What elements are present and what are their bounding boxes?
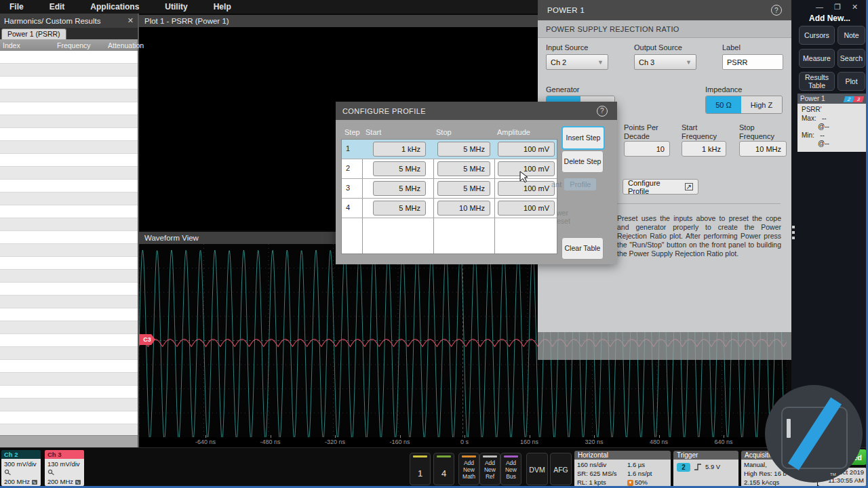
add-new-button-ref[interactable]: AddNewRef [479,453,500,485]
preset-help-text: Preset uses the inputs above to preset t… [617,214,781,258]
ghost-profile-chip: Profile [564,178,596,190]
power1-result-title: Power 1 [800,95,825,102]
horizontal-value: SR: 625 MS/s [577,469,627,478]
table-row [0,296,138,308]
table-row [0,154,138,167]
chevron-down-icon: ▼ [597,59,604,66]
results-rows [0,51,138,435]
stripe [504,455,518,458]
channel-button-1[interactable]: 1 [410,453,431,485]
help-icon[interactable]: ? [597,106,608,117]
stop-field[interactable]: 5 MHz [437,142,490,157]
trigger-source-badge: 2 [677,463,690,472]
table-row [0,205,138,218]
horizontal-panel[interactable]: Horizontal 160 ns/div1.6 µsSR: 625 MS/s1… [574,451,671,487]
table-row [0,270,138,283]
power-preset-ghost: wer eset [557,209,570,225]
start-field[interactable]: 5 MHz [373,181,426,196]
time-tick: 0 s [460,439,469,445]
insert-step-button[interactable]: Insert Step [561,126,605,150]
help-icon[interactable]: ? [771,5,782,16]
output-source-dropdown[interactable]: Ch 3 ▼ [634,54,696,70]
profile-step-row: 45 MHz10 MHz100 mV [342,199,557,218]
panel-drag-handle[interactable] [792,226,795,242]
menu-utility[interactable]: Utility [165,2,187,12]
ch2-badge[interactable]: Ch 2 300 mV/div 200 MHz ∿ [1,450,41,486]
impedance-toggle[interactable]: 50 Ω High Z [705,96,783,114]
sidebar-button-measure[interactable]: Measure [799,49,835,68]
points-per-decade-field[interactable]: 10 [624,141,670,157]
configure-profile-dialog: CONFIGURE PROFILE ? Step Start Stop Ampl… [336,102,617,264]
tick-mark [530,435,530,438]
clear-table-button[interactable]: Clear Table [561,237,604,260]
channel-color-stripe [437,455,451,458]
output-source-label: Output Source [634,43,682,52]
table-row [0,308,138,321]
tick-mark [724,435,724,438]
start-field[interactable]: 1 kHz [373,142,426,157]
menu-applications[interactable]: Applications [90,2,139,12]
channel-button-4[interactable]: 4 [433,453,454,485]
power1-result-header[interactable]: Power 1 23 [797,94,866,104]
probe-icon [4,468,38,477]
sidebar-button-results-table[interactable]: Results Table [799,72,835,91]
power1-result-body: PSRR' Max: -- @-- Min: -- @-- [797,104,866,152]
bandwidth-limit-icon: ∿ [32,480,37,485]
menu-edit[interactable]: Edit [50,2,65,12]
mouse-cursor [519,171,530,184]
add-new-button-bus[interactable]: AddNewBus [500,453,521,485]
logo-watermark [765,385,863,483]
configure-profile-button[interactable]: Configure Profile ↗ [623,179,698,195]
sidebar-button-plot[interactable]: Plot [837,72,865,91]
table-row [0,411,138,424]
time-axis: -640 ns-480 ns-320 ns-160 ns0 s160 ns320… [139,437,787,447]
trigger-panel[interactable]: Trigger 2 5.9 V [673,451,738,488]
ch2-badge-header[interactable]: Ch 2 [1,450,41,459]
stop-frequency-field[interactable]: 10 MHz [739,141,787,157]
amplitude-field[interactable]: 100 mV [498,142,555,157]
time-tick: 640 ns [714,439,732,445]
ch3-badge[interactable]: Ch 3 130 mV/div 200 MHz ∿ [45,450,84,486]
ch2-scale: 300 mV/div [4,460,38,468]
logo-bar [787,419,791,438]
horizontal-title: Horizontal [574,451,671,460]
close-icon[interactable]: ✕ [852,3,858,12]
sidebar-button-cursors[interactable]: Cursors [799,26,835,45]
afg-button[interactable]: AFG [550,453,572,485]
stop-field[interactable]: 5 MHz [437,161,490,176]
profile-step-row: 11 kHz5 MHz100 mV [342,140,557,159]
add-new-button-math[interactable]: AddNewMath [458,453,479,485]
dvm-button[interactable]: DVM [526,453,548,485]
start-field[interactable]: 5 MHz [373,201,426,216]
menu-file[interactable]: File [9,2,24,12]
delete-step-button[interactable]: Delete Step [561,150,604,173]
tab-power1-psrr[interactable]: Power 1 (PSRR) [1,28,66,39]
amplitude-field[interactable]: 100 mV [498,201,555,216]
ch3-badge-header[interactable]: Ch 3 [45,450,84,459]
close-icon[interactable]: ✕ [127,16,134,25]
psrr-label: PSRR' [802,106,862,115]
dialog-titlebar[interactable]: CONFIGURE PROFILE ? [336,102,617,120]
start-field[interactable]: 5 MHz [373,161,426,176]
results-panel-scrollbar[interactable] [0,435,138,448]
impedance-highz-option[interactable]: High Z [741,96,782,113]
sidebar-button-note[interactable]: Note [837,26,865,45]
power1-panel-titlebar: POWER 1 ? [538,0,791,20]
generator-label: Generator [546,85,580,94]
ghost-text: eset [557,217,570,225]
start-frequency-field[interactable]: 1 kHz [682,141,726,157]
restore-icon[interactable]: ❐ [834,3,841,12]
trigger-level: 5.9 V [705,463,720,470]
tick-mark [271,435,271,438]
minimize-icon[interactable]: — [816,3,823,12]
impedance-50ohm-option[interactable]: 50 Ω [706,96,741,113]
input-source-dropdown[interactable]: Ch 2 ▼ [546,54,608,70]
points-per-decade-label: Points Per Decade [624,123,667,141]
stop-field[interactable]: 10 MHz [437,201,490,216]
stop-field[interactable]: 5 MHz [437,181,490,196]
sidebar-button-search[interactable]: Search [837,49,865,68]
power1-result-item[interactable]: Power 1 23 PSRR' Max: -- @-- Min: -- @-- [797,94,866,152]
label-input[interactable]: PSRR [722,54,783,70]
menu-help[interactable]: Help [214,2,231,12]
results-tab-strip: Power 1 (PSRR) [0,28,138,39]
